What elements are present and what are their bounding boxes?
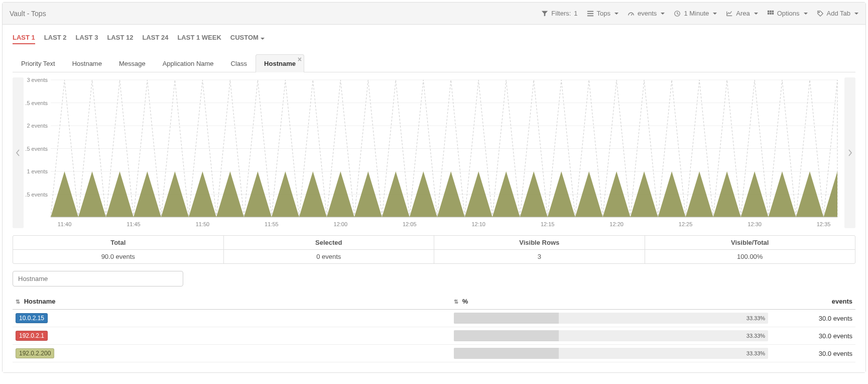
filters-button[interactable]: Filters: 1 [541, 10, 577, 17]
summary-value: 100.00% [645, 250, 855, 263]
col-percent-header[interactable]: ⇅ % [451, 294, 771, 310]
time-range-last-2[interactable]: LAST 2 [44, 34, 67, 44]
summary-cell: Visible Rows3 [434, 236, 645, 263]
svg-point-10 [818, 12, 819, 13]
summary-head: Visible/Total [645, 236, 855, 250]
hostname-cell: 10.0.2.15 [13, 310, 451, 327]
summary-cell: Selected0 events [224, 236, 435, 263]
svg-text:0.5 events: 0.5 events [26, 191, 48, 198]
svg-text:2.5 events: 2.5 events [26, 100, 48, 106]
grid-icon [767, 10, 774, 17]
time-range-last-1-week[interactable]: LAST 1 WEEK [177, 34, 221, 44]
options-dropdown[interactable]: Options [767, 10, 808, 17]
field-tab-group: Priority TextHostnameMessageApplication … [13, 54, 855, 72]
svg-rect-1 [587, 13, 593, 14]
table-row[interactable]: 10.0.2.1533.33%30.0 events [13, 310, 855, 327]
results-table: ⇅ Hostname ⇅ % events 10.0.2.1533.33%30.… [13, 294, 855, 362]
caret-down-icon [754, 13, 758, 15]
svg-rect-5 [770, 10, 772, 12]
chart-area[interactable]: 0.5 events1 events1.5 events2 events2.5 … [26, 77, 842, 228]
caret-down-icon [614, 13, 618, 15]
svg-rect-6 [772, 10, 774, 12]
host-badge[interactable]: 10.0.2.15 [16, 313, 48, 323]
time-range-last-24[interactable]: LAST 24 [142, 34, 168, 44]
sort-icon: ⇅ [16, 299, 20, 305]
svg-rect-4 [768, 10, 770, 12]
main-panel: Vault - Tops Filters: 1 Tops [2, 2, 866, 373]
summary-head: Total [13, 236, 223, 250]
svg-text:12:25: 12:25 [679, 221, 693, 227]
col-hostname-header[interactable]: ⇅ Hostname [13, 294, 451, 310]
field-tab-hostname[interactable]: Hostname× [256, 54, 304, 72]
view-dropdown[interactable]: Tops [587, 10, 618, 17]
svg-text:1.5 events: 1.5 events [26, 146, 48, 152]
list-icon [587, 10, 594, 17]
panel-header: Vault - Tops Filters: 1 Tops [3, 3, 865, 25]
field-tab-hostname[interactable]: Hostname [64, 54, 110, 72]
caret-down-icon [713, 13, 717, 15]
charttype-dropdown[interactable]: Area [726, 10, 758, 17]
percent-cell: 33.33% [451, 345, 771, 362]
svg-text:3 events: 3 events [27, 77, 48, 83]
header-toolbar: Filters: 1 Tops events [541, 10, 858, 17]
time-range-custom[interactable]: CUSTOM [230, 34, 265, 44]
filter-icon [541, 10, 548, 17]
svg-rect-7 [768, 13, 770, 15]
svg-text:12:05: 12:05 [403, 221, 417, 227]
field-tab-class[interactable]: Class [222, 54, 256, 72]
summary-value: 0 events [224, 250, 434, 263]
time-range-last-1[interactable]: LAST 1 [13, 34, 35, 44]
table-row[interactable]: 192.0.2.20033.33%30.0 events [13, 345, 855, 362]
time-range-group: LAST 1LAST 2LAST 3LAST 12LAST 24LAST 1 W… [13, 25, 855, 49]
summary-head: Visible Rows [434, 236, 645, 250]
svg-text:12:20: 12:20 [609, 221, 624, 227]
time-range-last-3[interactable]: LAST 3 [76, 34, 98, 44]
field-tab-priority-text[interactable]: Priority Text [13, 54, 64, 72]
field-tab-application-name[interactable]: Application Name [154, 54, 222, 72]
sort-icon: ⇅ [454, 299, 458, 305]
col-events-header[interactable]: events [771, 294, 855, 310]
interval-dropdown[interactable]: 1 Minute [674, 10, 717, 17]
svg-text:12:15: 12:15 [541, 221, 555, 227]
field-tab-message[interactable]: Message [110, 54, 154, 72]
summary-cell: Visible/Total100.00% [645, 236, 855, 263]
table-row[interactable]: 192.0.2.133.33%30.0 events [13, 327, 855, 345]
svg-rect-8 [770, 13, 772, 15]
svg-text:12:30: 12:30 [748, 221, 762, 227]
time-range-last-12[interactable]: LAST 12 [107, 34, 133, 44]
chart-next-button[interactable] [844, 77, 855, 228]
svg-text:2 events: 2 events [27, 123, 48, 129]
svg-text:1 events: 1 events [27, 168, 48, 174]
area-chart-icon [726, 10, 733, 17]
metric-dropdown[interactable]: events [628, 10, 665, 17]
tag-icon [817, 10, 824, 17]
summary-head: Selected [224, 236, 434, 250]
hostname-cell: 192.0.2.200 [13, 345, 451, 362]
filters-count: 1 [574, 10, 577, 17]
close-icon[interactable]: × [298, 56, 302, 63]
chart-wrap: 0.5 events1 events1.5 events2 events2.5 … [13, 77, 855, 228]
svg-rect-2 [587, 15, 593, 16]
svg-text:11:45: 11:45 [127, 221, 141, 227]
events-cell: 30.0 events [771, 345, 855, 362]
chart-prev-button[interactable] [13, 77, 24, 228]
add-tab-button[interactable]: Add Tab [817, 10, 858, 17]
events-cell: 30.0 events [771, 327, 855, 345]
svg-text:12:35: 12:35 [817, 221, 831, 227]
svg-text:11:40: 11:40 [58, 221, 72, 227]
svg-text:12:00: 12:00 [334, 221, 348, 227]
page-title: Vault - Tops [10, 10, 46, 18]
summary-strip: Total90.0 eventsSelected0 eventsVisible … [13, 235, 855, 264]
caret-down-icon [854, 13, 858, 15]
svg-text:12:10: 12:10 [471, 221, 485, 227]
percent-cell: 33.33% [451, 327, 771, 345]
caret-down-icon [261, 38, 265, 40]
clock-icon [674, 10, 681, 17]
host-badge[interactable]: 192.0.2.200 [16, 348, 54, 358]
events-cell: 30.0 events [771, 310, 855, 327]
host-badge[interactable]: 192.0.2.1 [16, 331, 48, 341]
hostname-filter-input[interactable] [13, 271, 183, 286]
summary-value: 90.0 events [13, 250, 223, 263]
summary-cell: Total90.0 events [13, 236, 224, 263]
hostname-cell: 192.0.2.1 [13, 327, 451, 345]
